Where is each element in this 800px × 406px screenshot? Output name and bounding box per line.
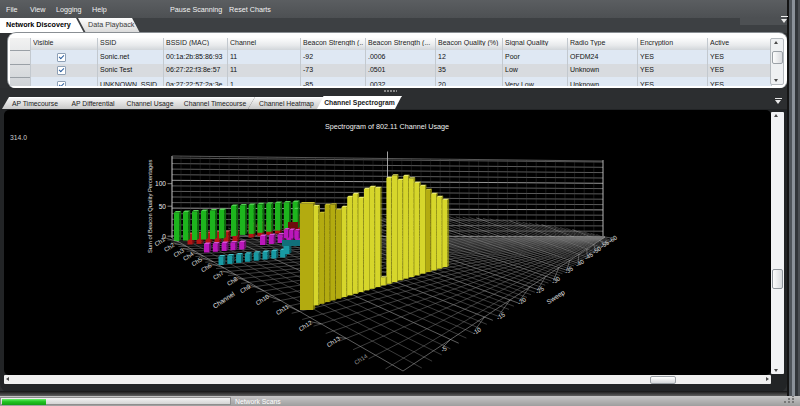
svg-text:Spectrogram of 802.11 Channel: Spectrogram of 802.11 Channel Usage [325, 122, 449, 131]
svg-text:Sum of Beacon Quality Percenta: Sum of Beacon Quality Percentages [147, 159, 153, 253]
svg-text:314.0: 314.0 [10, 134, 27, 141]
svg-text:50: 50 [159, 203, 167, 210]
svg-text:100: 100 [155, 180, 166, 187]
